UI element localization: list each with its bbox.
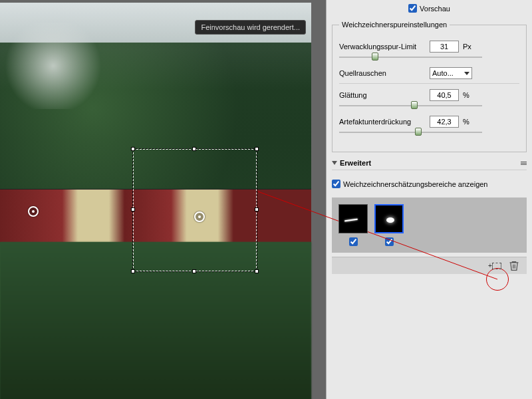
region-enable-checkbox[interactable]: [349, 237, 358, 246]
source-noise-dropdown[interactable]: Auto...: [430, 67, 472, 79]
canvas-area[interactable]: Feinvorschau wird gerendert...: [0, 0, 326, 399]
render-status-toast: Feinvorschau wird gerendert...: [195, 20, 306, 35]
source-noise-label: Quellrauschen: [339, 69, 426, 77]
smoothing-unit: %: [463, 91, 473, 99]
smoothing-input[interactable]: 40,5: [430, 89, 459, 101]
artifact-unit: %: [463, 118, 473, 126]
blur-trace-legend: Weichzeichnerspureinstellungen: [339, 21, 450, 29]
blur-bounds-label: Verwacklungsspur-Limit: [339, 43, 426, 51]
artifact-slider[interactable]: [339, 129, 519, 136]
blur-bounds-input[interactable]: 31: [430, 41, 459, 53]
blur-bounds-slider[interactable]: [339, 54, 519, 61]
add-region-button[interactable]: [491, 260, 503, 272]
blur-estimation-region[interactable]: [133, 149, 257, 271]
smoothing-label: Glättung: [339, 91, 426, 99]
region-toolbar: [332, 257, 527, 274]
delete-region-button[interactable]: [508, 260, 520, 272]
blur-bounds-unit: Px: [463, 43, 473, 51]
region-enable-checkbox[interactable]: [385, 237, 394, 246]
advanced-section-header[interactable]: Erweitert: [332, 156, 527, 170]
show-regions-checkbox[interactable]: [332, 180, 340, 188]
advanced-header-label: Erweitert: [340, 159, 371, 167]
region-thumbnail[interactable]: [374, 204, 404, 233]
resize-handle[interactable]: [131, 147, 135, 151]
add-selection-icon: [492, 263, 501, 269]
panel-menu-icon[interactable]: [521, 162, 527, 165]
trash-icon: [508, 260, 520, 272]
shake-reduction-panel: Vorschau Weichzeichnerspureinstellungen …: [326, 0, 532, 399]
region-thumbnails-area: [332, 198, 527, 253]
resize-handle[interactable]: [131, 207, 135, 211]
source-noise-value: Auto...: [432, 69, 454, 77]
blur-trace-settings-group: Weichzeichnerspureinstellungen Verwacklu…: [332, 21, 527, 152]
smoothing-slider[interactable]: [339, 102, 519, 109]
region-center-pin[interactable]: [28, 206, 39, 217]
preview-label: Vorschau: [420, 5, 450, 13]
preview-row: Vorschau: [332, 4, 527, 13]
resize-handle[interactable]: [192, 147, 196, 151]
chevron-down-icon: [464, 72, 469, 75]
artifact-input[interactable]: 42,3: [430, 116, 459, 128]
preview-checkbox[interactable]: [408, 4, 417, 13]
resize-handle[interactable]: [255, 147, 259, 151]
artifact-label: Artefaktunterdrückung: [339, 118, 426, 126]
resize-handle[interactable]: [131, 269, 135, 273]
disclosure-triangle-icon: [332, 161, 337, 165]
resize-handle[interactable]: [192, 269, 196, 273]
region-thumbnail[interactable]: [338, 204, 368, 233]
region-center-pin[interactable]: [194, 211, 205, 222]
resize-handle[interactable]: [255, 207, 259, 211]
resize-handle[interactable]: [255, 269, 259, 273]
show-regions-label: Weichzeichnerschätzungsbereiche anzeigen: [343, 180, 488, 188]
